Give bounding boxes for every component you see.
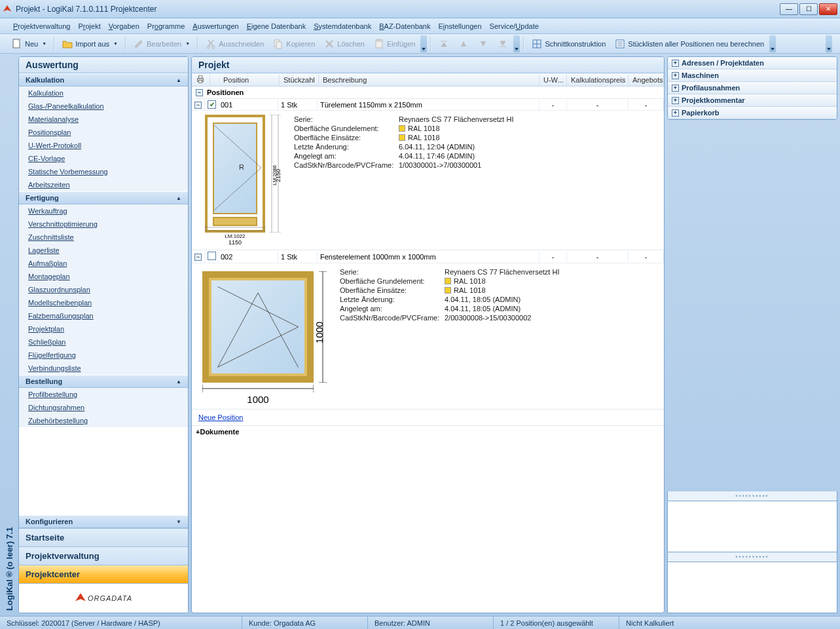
col-position[interactable]: Position bbox=[219, 75, 280, 85]
menu-projektverwaltung[interactable]: Projektverwaltung bbox=[10, 21, 73, 31]
menu-einstellungen[interactable]: Einstellungen bbox=[436, 21, 484, 31]
menu-projekt[interactable]: Projekt bbox=[75, 21, 103, 31]
caret-up-icon: ▲ bbox=[176, 77, 181, 83]
expand-icon[interactable]: + bbox=[672, 109, 679, 117]
svg-marker-15 bbox=[75, 593, 86, 601]
app-logo-icon bbox=[3, 5, 12, 14]
toolbar: Neu▼ Import aus▼ Bearbeiten▼ Ausschneide… bbox=[0, 34, 840, 54]
status-kalk: Nicht Kalkuliert bbox=[619, 617, 840, 629]
sidebar-item[interactable]: Glaszuordnunsplan bbox=[19, 283, 188, 296]
nav-projektverwaltung[interactable]: Projektverwaltung bbox=[19, 547, 188, 565]
sidebar-item[interactable]: Modellscheibenplan bbox=[19, 296, 188, 309]
group-positionen[interactable]: − Positionen bbox=[192, 86, 664, 99]
sidebar-item[interactable]: Zuschnittsliste bbox=[19, 231, 188, 244]
sidebar-item[interactable]: Profilbestellung bbox=[19, 388, 188, 401]
collapse-icon[interactable]: − bbox=[194, 102, 202, 109]
schnittkonstruktion-button[interactable]: Schnittkonstruktion bbox=[528, 37, 610, 50]
sidebar-item[interactable]: Dichtungsrahmen bbox=[19, 401, 188, 414]
caret-up-icon: ▲ bbox=[176, 195, 181, 201]
expand-icon[interactable]: + bbox=[672, 85, 679, 92]
rp-section[interactable]: +Projektkommentar bbox=[668, 94, 837, 107]
sidebar-item[interactable]: Positionsplan bbox=[19, 126, 188, 139]
import-button[interactable]: Import aus▼ bbox=[58, 37, 122, 50]
position-row[interactable]: − 002 1 Stk Fensterelement 1000mm x 1000… bbox=[192, 250, 664, 263]
rp-section[interactable]: +Adressen / Projektdaten bbox=[668, 57, 837, 69]
rp-section[interactable]: +Profilausnahmen bbox=[668, 82, 837, 94]
window-drawing: 1000 1000 bbox=[198, 267, 329, 405]
section-best[interactable]: Bestellung▲ bbox=[19, 375, 188, 388]
toolbar-overflow[interactable] bbox=[513, 35, 520, 52]
sidebar-item[interactable]: Flügelfertigung bbox=[19, 349, 188, 362]
group-dokumente[interactable]: + Dokumente bbox=[192, 425, 664, 438]
stuecklisten-button[interactable]: Stücklisten aller Positionen neu berechn… bbox=[611, 37, 768, 50]
panel-resize-grip[interactable]: •••••••••• bbox=[667, 491, 837, 501]
neu-button[interactable]: Neu▼ bbox=[8, 37, 50, 50]
edit-icon bbox=[134, 39, 144, 49]
expand-icon[interactable]: + bbox=[672, 60, 679, 67]
sidebar-item[interactable]: U-Wert-Protokoll bbox=[19, 139, 188, 152]
sidebar-item[interactable]: Glas-/Paneelkalkulation bbox=[19, 100, 188, 113]
dropdown-arrow-icon: ▼ bbox=[185, 41, 190, 46]
col-angebot[interactable]: Angebotsp bbox=[629, 75, 664, 85]
menu-baz-datenbank[interactable]: BAZ-Datenbank bbox=[376, 21, 433, 31]
sidebar-item[interactable]: Materialanalyse bbox=[19, 113, 188, 126]
list-calc-icon bbox=[615, 39, 625, 49]
sidebar-item[interactable]: Werkauftrag bbox=[19, 204, 188, 218]
menu-programme[interactable]: Programme bbox=[145, 21, 187, 31]
position-row[interactable]: − ✔ 001 1 Stk Türelement 1150mm x 2150mm… bbox=[192, 99, 664, 111]
panel-resize-grip[interactable]: •••••••••• bbox=[667, 552, 837, 562]
position-checkbox[interactable]: ✔ bbox=[208, 100, 216, 109]
menu-vorgaben[interactable]: Vorgaben bbox=[106, 21, 142, 31]
col-uw[interactable]: U-W... bbox=[539, 75, 567, 85]
move-up-button bbox=[454, 37, 473, 50]
expand-icon[interactable]: + bbox=[672, 72, 679, 79]
sidebar-item[interactable]: Statische Vorbemessung bbox=[19, 165, 188, 178]
minimize-button[interactable]: — bbox=[780, 3, 798, 15]
sidebar-item[interactable]: Lagerliste bbox=[19, 244, 188, 257]
col-kalkpreis[interactable]: Kalkulationspreis bbox=[567, 75, 629, 85]
delete-icon bbox=[324, 39, 335, 49]
sidebar-item[interactable]: Projektplan bbox=[19, 322, 188, 335]
new-position-link[interactable]: Neue Position bbox=[192, 410, 250, 425]
nav-projektcenter[interactable]: Projektcenter bbox=[19, 565, 188, 584]
rp-section[interactable]: +Papierkorb bbox=[668, 107, 837, 119]
sidebar-item[interactable]: CE-Vorlage bbox=[19, 152, 188, 165]
position-checkbox[interactable] bbox=[208, 252, 216, 260]
expand-icon[interactable]: + bbox=[672, 97, 679, 104]
separator bbox=[54, 37, 55, 51]
sidebar-item[interactable]: Zubehörbestellung bbox=[19, 414, 188, 427]
sidebar-item[interactable]: Verbindungsliste bbox=[19, 362, 188, 375]
collapse-icon[interactable]: − bbox=[196, 89, 203, 96]
sidebar-item[interactable]: Aufmaßplan bbox=[19, 257, 188, 270]
toolbar-overflow-right[interactable] bbox=[826, 35, 832, 52]
sidebar-item[interactable]: Montageplan bbox=[19, 270, 188, 283]
sidebar-item[interactable]: Falzbemaßungsplan bbox=[19, 309, 188, 322]
dropdown-arrow-icon: ▼ bbox=[42, 41, 46, 46]
toolbar-overflow[interactable] bbox=[420, 35, 427, 52]
section-kalk[interactable]: Kalkulation▲ bbox=[19, 73, 188, 86]
maximize-button[interactable]: ☐ bbox=[799, 3, 818, 15]
bearbeiten-button[interactable]: Bearbeiten▼ bbox=[130, 37, 194, 50]
sidebar-item[interactable]: Kalkulation bbox=[19, 86, 188, 100]
svg-rect-18 bbox=[198, 80, 202, 83]
close-button[interactable]: ✕ bbox=[819, 3, 837, 15]
arrow-up-icon bbox=[458, 39, 469, 49]
menu-auswertungen[interactable]: Auswertungen bbox=[190, 21, 241, 31]
col-beschreibung[interactable]: Beschreibung bbox=[319, 75, 539, 85]
collapse-icon[interactable]: − bbox=[194, 254, 202, 261]
menu-systemdatenbank[interactable]: Systemdatenbank bbox=[311, 21, 374, 31]
section-fert[interactable]: Fertigung▲ bbox=[19, 191, 188, 204]
menu-service-update[interactable]: Service/Update bbox=[487, 21, 541, 31]
col-stueckzahl[interactable]: Stückzahl bbox=[280, 75, 319, 85]
menu-eigene-datenbank[interactable]: Eigene Datenbank bbox=[244, 21, 309, 31]
rp-section[interactable]: +Maschinen bbox=[668, 69, 837, 82]
sidebar-item[interactable]: Verschnittoptimierung bbox=[19, 218, 188, 231]
toolbar-overflow[interactable] bbox=[769, 35, 776, 52]
print-icon[interactable] bbox=[196, 75, 205, 84]
sidebar-item[interactable]: Schließplan bbox=[19, 335, 188, 349]
section-konfigurieren[interactable]: Konfigurieren▼ bbox=[19, 515, 188, 528]
separator bbox=[523, 37, 524, 51]
status-auswahl: 1 / 2 Position(en) ausgewählt bbox=[494, 617, 619, 629]
sidebar-item[interactable]: Arbeitszeiten bbox=[19, 178, 188, 191]
nav-startseite[interactable]: Startseite bbox=[19, 529, 188, 547]
